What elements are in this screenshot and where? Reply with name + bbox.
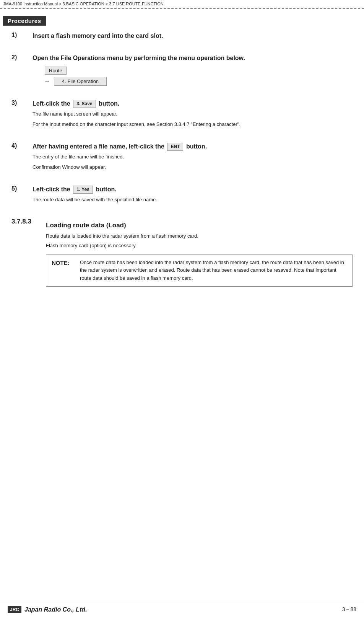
step-2-number: 2): [11, 54, 32, 61]
step-5-number: 5): [11, 185, 32, 192]
step-4-text: After having entered a file name, left-c…: [32, 142, 353, 151]
step-5-text-after: button.: [96, 186, 116, 193]
breadcrumb: JMA-9100 Instruction Manual > 3.BASIC OP…: [0, 0, 364, 8]
company-name: Japan Radio Co., Ltd.: [24, 606, 87, 613]
step-5-text-before: Left-click the: [32, 186, 70, 193]
note-label: NOTE:: [52, 259, 75, 266]
section-number: 3.7.8.3: [11, 218, 46, 294]
step-3-text-before: Left-click the: [32, 100, 70, 107]
step-3-sub2: For the input method on the character in…: [32, 121, 353, 129]
section-378-3: 3.7.8.3 Loading route data (Load) Route …: [11, 218, 353, 294]
step-3-text: Left-click the 3. Save button.: [32, 100, 353, 108]
file-operation-button[interactable]: 4. File Operation: [54, 77, 107, 86]
step-4: 4) After having entered a file name, lef…: [11, 142, 353, 171]
step-5-text: Left-click the 1. Yes button.: [32, 185, 353, 194]
step-3: 3) Left-click the 3. Save button. The fi…: [11, 100, 353, 129]
section-title: Loading route data (Load): [46, 222, 353, 229]
step-5-sub1: The route data will be saved with the sp…: [32, 196, 353, 204]
yes-button[interactable]: 1. Yes: [73, 186, 93, 194]
step-4-sub2: Confirmation Window will appear.: [32, 163, 353, 171]
route-button[interactable]: Route: [45, 67, 67, 75]
step-5: 5) Left-click the 1. Yes button. The rou…: [11, 185, 353, 204]
step-4-sub1: The entry of the file name will be finis…: [32, 153, 353, 161]
step-3-text-after: button.: [99, 100, 119, 107]
save-button[interactable]: 3. Save: [73, 100, 96, 108]
step-3-number: 3): [11, 100, 32, 106]
footer: JRC Japan Radio Co., Ltd. 3－88: [0, 603, 364, 613]
step-2: 2) Open the File Operations menu by perf…: [11, 54, 353, 85]
ent-button[interactable]: ENT: [167, 143, 183, 151]
jrc-badge: JRC: [8, 606, 21, 613]
page-number: 3－88: [342, 606, 356, 613]
step-3-sub1: The file name input screen will appear.: [32, 110, 353, 118]
procedures-badge: Procedures: [3, 16, 46, 26]
menu-arrow: →: [44, 78, 50, 85]
step-1-text: Insert a flash memory card into the card…: [32, 32, 353, 40]
step-2-text: Open the File Operations menu by perform…: [32, 54, 353, 62]
step-4-number: 4): [11, 142, 32, 149]
note-text: Once route data has been loaded into the…: [80, 259, 347, 282]
section-desc1: Route data is loaded into the radar syst…: [46, 232, 353, 240]
step-4-text-after: button.: [186, 143, 207, 150]
section-desc2: Flash memory card (option) is necessary.: [46, 242, 353, 250]
footer-logo: JRC Japan Radio Co., Ltd.: [8, 606, 87, 613]
note-box: NOTE: Once route data has been loaded in…: [46, 255, 353, 287]
step-1-number: 1): [11, 32, 32, 39]
step-1: 1) Insert a flash memory card into the c…: [11, 32, 353, 40]
step-4-text-before: After having entered a file name, left-c…: [32, 143, 164, 150]
